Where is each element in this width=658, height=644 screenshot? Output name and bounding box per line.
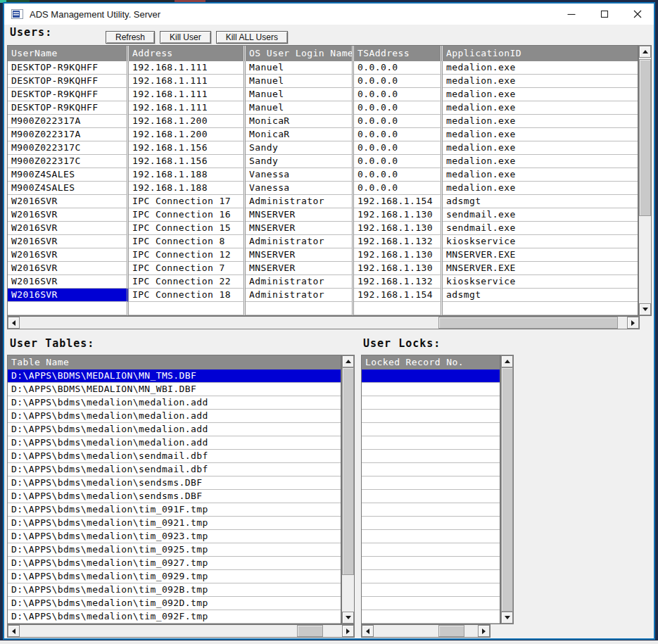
- cell-os-user-login-name[interactable]: Manuel: [246, 88, 354, 101]
- cell-tsaddress[interactable]: 0.0.0.0: [354, 88, 443, 101]
- cell-address[interactable]: 192.168.1.111: [129, 61, 246, 75]
- list-item-table-path[interactable]: D:\APPS\bdms\medalion\tim_0929.tmp: [8, 570, 341, 583]
- cell-username[interactable]: W2016SVR: [8, 222, 129, 235]
- cell-tsaddress[interactable]: 192.168.1.154: [354, 289, 443, 302]
- cell-tsaddress[interactable]: 192.168.1.130: [354, 262, 443, 275]
- list-item-locked-record[interactable]: [362, 517, 500, 530]
- list-item-locked-record[interactable]: [362, 597, 500, 610]
- cell-address[interactable]: 192.168.1.111: [129, 75, 246, 88]
- list-item-locked-record[interactable]: [362, 370, 500, 383]
- list-item-table-path[interactable]: D:\APPS\bdms\medalion\medalion.add: [8, 423, 341, 436]
- list-item-locked-record[interactable]: [362, 543, 500, 557]
- scroll-left-button[interactable]: [362, 625, 374, 637]
- cell-address[interactable]: IPC Connection 15: [129, 222, 246, 235]
- cell-username[interactable]: W2016SVR: [8, 235, 129, 248]
- minimize-button[interactable]: [555, 4, 588, 25]
- cell-applicationid[interactable]: medalion.exe: [443, 168, 638, 182]
- cell-tsaddress[interactable]: 0.0.0.0: [354, 141, 443, 155]
- maximize-button[interactable]: [588, 4, 621, 25]
- list-item-locked-record[interactable]: [362, 396, 500, 410]
- cell-address[interactable]: 192.168.1.156: [129, 155, 246, 168]
- cell-username[interactable]: W2016SVR: [8, 248, 129, 262]
- cell-address[interactable]: 192.168.1.200: [129, 115, 246, 128]
- cell-username[interactable]: M900Z022317C: [8, 155, 129, 168]
- cell-username[interactable]: DESKTOP-R9KQHFF: [8, 101, 129, 115]
- cell-os-user-login-name[interactable]: [246, 302, 354, 315]
- cell-os-user-login-name[interactable]: Sandy: [246, 155, 354, 168]
- cell-address[interactable]: 192.168.1.156: [129, 141, 246, 155]
- cell-os-user-login-name[interactable]: Manuel: [246, 61, 354, 75]
- list-item-locked-record[interactable]: [362, 610, 500, 624]
- cell-username[interactable]: M900Z022317C: [8, 141, 129, 155]
- list-item-table-path[interactable]: D:\APPS\bdms\medalion\sendmail.dbf: [8, 450, 341, 463]
- cell-address[interactable]: IPC Connection 18: [129, 289, 246, 302]
- cell-username[interactable]: DESKTOP-R9KQHFF: [8, 75, 129, 88]
- list-item-table-path[interactable]: D:\APPS\BDMS\MEDALION\MN_TMS.DBF: [8, 370, 341, 383]
- list-item-locked-record[interactable]: [362, 383, 500, 396]
- cell-applicationid[interactable]: medalion.exe: [443, 182, 638, 195]
- cell-os-user-login-name[interactable]: Administrator: [246, 289, 354, 302]
- list-item-table-path[interactable]: D:\APPS\bdms\medalion\sendmail.dbf: [8, 463, 341, 476]
- cell-applicationid[interactable]: sendmail.exe: [443, 222, 638, 235]
- list-item-locked-record[interactable]: [362, 570, 500, 583]
- cell-username[interactable]: M900Z4SALES: [8, 168, 129, 182]
- cell-os-user-login-name[interactable]: MNSERVER: [246, 248, 354, 262]
- cell-tsaddress[interactable]: 192.168.1.130: [354, 208, 443, 222]
- scroll-track[interactable]: [20, 625, 342, 637]
- refresh-button[interactable]: Refresh: [106, 31, 155, 44]
- user-tables-vertical-scrollbar[interactable]: [341, 355, 355, 624]
- cell-username[interactable]: M900Z4SALES: [8, 182, 129, 195]
- cell-os-user-login-name[interactable]: MonicaR: [246, 128, 354, 141]
- cell-address[interactable]: 192.168.1.200: [129, 128, 246, 141]
- scroll-track[interactable]: [20, 317, 627, 329]
- scroll-thumb[interactable]: [438, 625, 464, 637]
- cell-address[interactable]: IPC Connection 8: [129, 235, 246, 248]
- cell-os-user-login-name[interactable]: MonicaR: [246, 115, 354, 128]
- cell-username[interactable]: DESKTOP-R9KQHFF: [8, 88, 129, 101]
- scroll-down-button[interactable]: [501, 612, 513, 624]
- scroll-thumb[interactable]: [438, 317, 618, 329]
- list-item-table-path[interactable]: D:\APPS\bdms\medalion\tim_092B.tmp: [8, 583, 341, 597]
- kill-user-button[interactable]: Kill User: [160, 31, 211, 44]
- cell-os-user-login-name[interactable]: MNSERVER: [246, 222, 354, 235]
- cell-os-user-login-name[interactable]: Sandy: [246, 141, 354, 155]
- list-item-table-path[interactable]: D:\APPS\bdms\medalion\tim_092D.tmp: [8, 597, 341, 610]
- cell-os-user-login-name[interactable]: MNSERVER: [246, 208, 354, 222]
- cell-tsaddress[interactable]: 0.0.0.0: [354, 128, 443, 141]
- cell-applicationid[interactable]: medalion.exe: [443, 75, 638, 88]
- scroll-left-button[interactable]: [8, 625, 20, 637]
- cell-username[interactable]: W2016SVR: [8, 275, 129, 289]
- cell-applicationid[interactable]: medalion.exe: [443, 155, 638, 168]
- users-vertical-scrollbar[interactable]: [638, 45, 652, 316]
- cell-os-user-login-name[interactable]: Vanessa: [246, 168, 354, 182]
- cell-address[interactable]: IPC Connection 17: [129, 195, 246, 208]
- title-bar[interactable]: ADS Management Utility. Server: [4, 4, 654, 25]
- scroll-up-button[interactable]: [342, 355, 354, 367]
- cell-username[interactable]: W2016SVR: [8, 208, 129, 222]
- scroll-track[interactable]: [639, 58, 651, 303]
- cell-applicationid[interactable]: medalion.exe: [443, 88, 638, 101]
- cell-applicationid[interactable]: sendmail.exe: [443, 208, 638, 222]
- cell-os-user-login-name[interactable]: Administrator: [246, 275, 354, 289]
- close-button[interactable]: [621, 4, 654, 25]
- user-locks-horizontal-scrollbar[interactable]: [361, 624, 491, 638]
- user-locks-vertical-scrollbar[interactable]: [500, 355, 514, 624]
- cell-tsaddress[interactable]: 192.168.1.132: [354, 235, 443, 248]
- scroll-left-button[interactable]: [8, 317, 20, 329]
- list-item-table-path[interactable]: D:\APPS\bdms\medalion\medalion.add: [8, 436, 341, 450]
- cell-applicationid[interactable]: medalion.exe: [443, 101, 638, 115]
- scroll-thumb[interactable]: [639, 59, 651, 216]
- list-item-locked-record[interactable]: [362, 530, 500, 543]
- cell-os-user-login-name[interactable]: Manuel: [246, 75, 354, 88]
- list-item-locked-record[interactable]: [362, 557, 500, 570]
- cell-applicationid[interactable]: medalion.exe: [443, 128, 638, 141]
- list-item-table-path[interactable]: D:\APPS\bdms\medalion\tim_091F.tmp: [8, 503, 341, 517]
- list-item-table-path[interactable]: D:\APPS\bdms\medalion\medalion.add: [8, 396, 341, 410]
- scroll-track[interactable]: [342, 367, 354, 612]
- cell-applicationid[interactable]: medalion.exe: [443, 141, 638, 155]
- cell-address[interactable]: 192.168.1.188: [129, 168, 246, 182]
- cell-address[interactable]: IPC Connection 16: [129, 208, 246, 222]
- list-item-table-path[interactable]: D:\APPS\bdms\medalion\tim_0925.tmp: [8, 543, 341, 557]
- cell-applicationid[interactable]: medalion.exe: [443, 115, 638, 128]
- cell-username[interactable]: M900Z022317A: [8, 115, 129, 128]
